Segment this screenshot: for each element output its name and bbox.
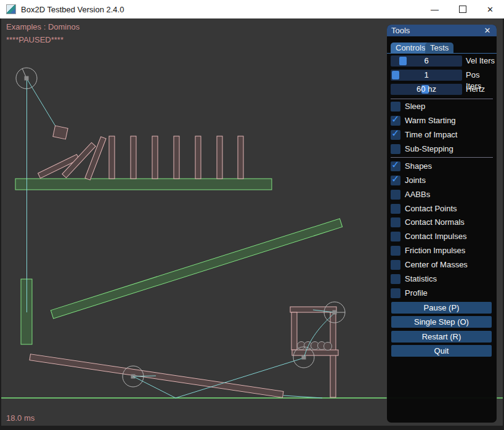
pendulum-square[interactable] [53,126,68,139]
slider-value: 60 hz [391,84,462,95]
checkbox-contact-normals[interactable]: Contact Normals [391,217,495,227]
standing-domino[interactable] [109,136,115,179]
ball[interactable] [324,343,332,351]
standing-domino[interactable] [217,136,222,179]
checkbox[interactable] [391,232,400,241]
slider-value: 6 [391,55,462,67]
domino-platform [15,179,272,190]
checkbox-label: Contact Impulses [405,232,466,241]
slider-track[interactable]: 1 [391,70,462,81]
close-button[interactable]: ✕ [476,0,504,18]
slider-value: 1 [391,70,462,81]
checkbox[interactable]: ✓ [391,130,400,140]
body-center-marker [333,310,337,315]
slider-track[interactable]: 60 hz [391,84,462,95]
checkbox-label: Friction Impulses [405,246,465,256]
body-center-marker [302,355,306,360]
checkbox-center-of-masses[interactable]: Center of Masses [391,260,495,270]
checkbox[interactable] [391,217,400,227]
check-icon: ✓ [391,129,401,139]
checkbox-label: Shapes [405,161,432,171]
checkbox[interactable]: ✓ [391,161,400,171]
checkbox[interactable]: ✓ [391,176,400,185]
checkbox[interactable] [391,246,400,256]
checkbox-joints[interactable]: ✓ Joints [391,176,495,185]
vel-iters-slider[interactable]: 6 Vel Iters [391,55,495,67]
frame-left-post[interactable] [291,312,297,350]
hertz-slider[interactable]: 60 hz Hertz [391,84,495,95]
checkbox-friction-impulses[interactable]: Friction Impulses [391,246,495,256]
fallen-domino[interactable] [85,137,106,180]
check-icon: ✓ [391,115,401,124]
seesaw-plank[interactable] [30,354,283,398]
checkbox[interactable] [391,274,400,284]
standing-domino[interactable] [238,136,243,179]
checkbox[interactable] [391,190,400,200]
minimize-button[interactable]: — [421,0,449,18]
checkbox-time-of-impact[interactable]: ✓ Time of Impact [391,130,495,140]
checkbox-label: AABBs [405,190,430,200]
window-title: Box2D Testbed Version 2.4.0 [21,5,124,14]
checkbox-sub-stepping[interactable]: Sub-Stepping [391,144,495,154]
tools-tabbar: Controls Tests [387,43,497,53]
checkbox[interactable] [391,288,400,298]
joint-line [26,78,59,131]
close-icon: ✕ [487,5,494,14]
single-step-button[interactable]: Single Step (O) [391,316,492,328]
pause-button[interactable]: Pause (P) [391,302,492,314]
example-title: Examples : Dominos [6,22,79,31]
checkbox-contact-impulses[interactable]: Contact Impulses [391,232,495,241]
standing-domino[interactable] [174,136,179,179]
app-icon [6,4,16,14]
window-bottom-border [0,426,504,430]
body-center-marker [25,76,29,81]
checkbox-label: Center of Masses [405,260,468,270]
tab-tests[interactable]: Tests [425,43,453,53]
checkbox[interactable] [391,204,400,214]
tab-underline [387,53,497,54]
slider-label: Pos Iters [466,70,495,81]
slider-label: Hertz [466,84,485,95]
tools-panel: Tools ✕ Controls Tests 6 Vel Iters 1 Pos… [387,25,497,423]
angled-plank [51,219,342,318]
checkbox[interactable] [391,144,400,154]
pos-iters-slider[interactable]: 1 Pos Iters [391,70,495,81]
standing-domino[interactable] [152,136,158,179]
paused-banner: ****PAUSED**** [6,35,63,44]
tab-controls[interactable]: Controls [391,43,430,53]
maximize-button[interactable] [449,0,476,18]
maximize-icon [459,6,466,13]
checkbox-label: Profile [405,288,428,298]
frame-shelf[interactable] [292,350,338,355]
slider-label: Vel Iters [466,55,495,67]
checkbox-label: Warm Starting [405,116,456,126]
checkbox[interactable] [391,102,400,112]
slider-track[interactable]: 6 [391,55,462,67]
standing-domino[interactable] [131,136,136,179]
tools-titlebar[interactable]: Tools ✕ [387,25,497,36]
checkbox-profile[interactable]: Profile [391,288,495,298]
window-titlebar[interactable]: Box2D Testbed Version 2.4.0 — ✕ [0,0,504,18]
checkbox-label: Time of Impact [405,130,457,140]
standing-domino[interactable] [195,136,201,179]
restart-button[interactable]: Restart (R) [391,331,492,343]
tools-title: Tools [391,26,482,35]
quit-button[interactable]: Quit [391,345,492,357]
checkbox-label: Contact Points [405,204,457,214]
checkbox-statistics[interactable]: Statistics [391,274,495,284]
checkbox-label: Sub-Stepping [405,144,453,154]
separator [391,157,493,158]
checkbox[interactable]: ✓ [391,116,400,126]
separator [391,99,493,99]
checkbox-label: Statistics [405,274,437,284]
check-icon: ✓ [391,160,401,170]
checkbox-warm-starting[interactable]: ✓ Warm Starting [391,116,495,126]
checkbox[interactable] [391,260,400,270]
checkbox-sleep[interactable]: Sleep [391,102,495,112]
checkbox-label: Joints [405,176,426,185]
tools-close-icon[interactable]: ✕ [482,26,492,35]
checkbox-shapes[interactable]: ✓ Shapes [391,161,495,171]
checkbox-contact-points[interactable]: Contact Points [391,204,495,214]
checkbox-aabbs[interactable]: AABBs [391,190,495,200]
checkbox-label: Contact Normals [405,217,465,227]
